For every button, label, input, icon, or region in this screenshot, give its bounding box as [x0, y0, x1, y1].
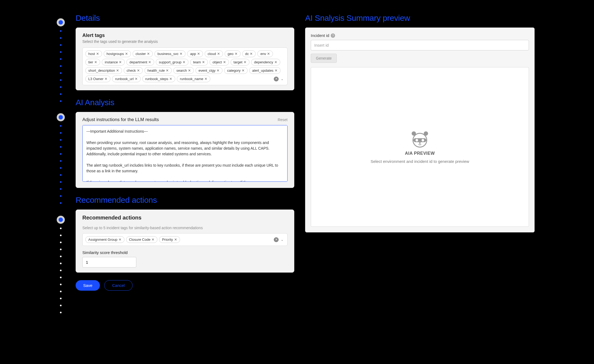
- remove-tag-icon[interactable]: ✕: [119, 238, 122, 242]
- generate-button[interactable]: Generate: [311, 54, 337, 63]
- section-title-rec: Recommended actions: [76, 195, 294, 205]
- tag-chip[interactable]: team ✕: [190, 59, 208, 66]
- stepper-node-rec[interactable]: [57, 216, 65, 224]
- threshold-input[interactable]: [82, 257, 136, 267]
- cancel-button[interactable]: Cancel: [104, 280, 133, 291]
- remove-tag-icon[interactable]: ✕: [275, 68, 278, 73]
- remove-tag-icon[interactable]: ✕: [174, 238, 177, 242]
- tag-chip[interactable]: check ✕: [124, 67, 143, 74]
- remove-tag-icon[interactable]: ✕: [202, 60, 205, 64]
- tag-chip[interactable]: host ✕: [85, 50, 102, 57]
- tag-chip[interactable]: target ✕: [231, 59, 249, 66]
- tag-chip[interactable]: category ✕: [224, 67, 248, 74]
- reset-link[interactable]: Reset: [278, 118, 288, 122]
- stepper-dot: [60, 44, 62, 46]
- stepper-dot: [60, 188, 62, 190]
- details-card: Alert tags Select the tags used to gener…: [76, 28, 294, 90]
- tag-chip[interactable]: business_svc ✕: [154, 50, 185, 57]
- remove-tag-icon[interactable]: ✕: [223, 60, 226, 64]
- stepper-dot: [60, 195, 62, 197]
- clear-rec-tags-icon[interactable]: ✕: [274, 237, 279, 242]
- tag-chip[interactable]: runbook_steps ✕: [142, 75, 175, 82]
- remove-tag-icon[interactable]: ✕: [188, 68, 191, 73]
- preview-title: AI Snalysis Summary preview: [305, 13, 535, 23]
- tag-chip[interactable]: dependency ✕: [251, 59, 280, 66]
- remove-tag-icon[interactable]: ✕: [217, 68, 220, 73]
- tag-chip[interactable]: cluster ✕: [133, 50, 153, 57]
- rec-subtitle: Select up to 5 incident tags for similar…: [82, 226, 288, 230]
- tag-chip[interactable]: Assignment Group ✕: [85, 236, 124, 243]
- tag-chip[interactable]: support_group ✕: [156, 59, 188, 66]
- remove-tag-icon[interactable]: ✕: [104, 77, 107, 81]
- tag-chip[interactable]: short_description ✕: [85, 67, 122, 74]
- tag-chip[interactable]: tier ✕: [85, 59, 100, 66]
- remove-tag-icon[interactable]: ✕: [250, 52, 253, 56]
- remove-tag-icon[interactable]: ✕: [169, 77, 172, 81]
- stepper-dot: [60, 65, 62, 67]
- tag-chip[interactable]: geo ✕: [225, 50, 241, 57]
- tag-chip[interactable]: Priority ✕: [159, 236, 180, 243]
- stepper-dot: [60, 125, 62, 127]
- chevron-down-icon[interactable]: ⌄: [281, 238, 284, 242]
- tag-chip[interactable]: dc ✕: [242, 50, 256, 57]
- tag-chip[interactable]: runbook_name ✕: [177, 75, 210, 82]
- remove-tag-icon[interactable]: ✕: [147, 52, 150, 56]
- stepper-dot: [60, 305, 62, 306]
- stepper-dot: [60, 284, 62, 285]
- alert-tags-input[interactable]: host ✕hostgroups ✕cluster ✕business_svc …: [82, 47, 288, 85]
- stepper-node-ai[interactable]: [57, 113, 65, 121]
- threshold-label: Similarity score threshold: [82, 250, 288, 255]
- panda-icon: [409, 131, 431, 148]
- remove-tag-icon[interactable]: ✕: [242, 68, 245, 73]
- tag-chip[interactable]: app ✕: [187, 50, 203, 57]
- remove-tag-icon[interactable]: ✕: [197, 52, 200, 56]
- remove-tag-icon[interactable]: ✕: [119, 60, 122, 64]
- stepper-dot: [60, 167, 62, 169]
- rec-tags-input[interactable]: Assignment Group ✕Closure Code ✕Priority…: [82, 233, 288, 246]
- remove-tag-icon[interactable]: ✕: [183, 60, 185, 64]
- remove-tag-icon[interactable]: ✕: [116, 68, 119, 73]
- remove-tag-icon[interactable]: ✕: [166, 68, 169, 73]
- llm-instructions-textarea[interactable]: [82, 125, 288, 182]
- tag-chip[interactable]: alert_updates ✕: [249, 67, 281, 74]
- tag-chip[interactable]: env ✕: [257, 50, 273, 57]
- tag-chip[interactable]: department ✕: [126, 59, 154, 66]
- remove-tag-icon[interactable]: ✕: [180, 52, 183, 56]
- chevron-down-icon[interactable]: ⌄: [281, 77, 284, 81]
- incident-id-label: Incident id ?: [311, 33, 529, 38]
- preview-card: Incident id ? Generate AIA PREVIEW Selec…: [305, 28, 535, 232]
- remove-tag-icon[interactable]: ✕: [148, 60, 151, 64]
- remove-tag-icon[interactable]: ✕: [96, 52, 99, 56]
- tag-chip[interactable]: runbook_url ✕: [112, 75, 141, 82]
- tag-chip[interactable]: search ✕: [173, 67, 194, 74]
- stepper-node-details[interactable]: [57, 18, 65, 26]
- tag-chip[interactable]: cloud ✕: [205, 50, 223, 57]
- remove-tag-icon[interactable]: ✕: [274, 60, 277, 64]
- remove-tag-icon[interactable]: ✕: [125, 52, 128, 56]
- svg-rect-3: [413, 138, 426, 142]
- save-button[interactable]: Save: [76, 280, 100, 291]
- tag-chip[interactable]: event_ctgy ✕: [195, 67, 222, 74]
- alert-tags-title: Alert tags: [82, 33, 288, 38]
- remove-tag-icon[interactable]: ✕: [204, 77, 207, 81]
- incident-id-input[interactable]: [311, 40, 529, 50]
- remove-tag-icon[interactable]: ✕: [137, 68, 140, 73]
- remove-tag-icon[interactable]: ✕: [135, 77, 138, 81]
- remove-tag-icon[interactable]: ✕: [244, 60, 247, 64]
- section-title-details: Details: [76, 13, 294, 23]
- tag-chip[interactable]: L3 Owner ✕: [85, 75, 110, 82]
- tag-chip[interactable]: health_rule ✕: [144, 67, 172, 74]
- clear-tags-icon[interactable]: ✕: [274, 77, 279, 81]
- remove-tag-icon[interactable]: ✕: [235, 52, 238, 56]
- stepper-dot: [60, 235, 62, 236]
- remove-tag-icon[interactable]: ✕: [94, 60, 97, 64]
- tag-chip[interactable]: object ✕: [210, 59, 229, 66]
- tag-chip[interactable]: hostgroups ✕: [104, 50, 131, 57]
- help-icon[interactable]: ?: [331, 33, 335, 38]
- tag-chip[interactable]: instance ✕: [102, 59, 125, 66]
- remove-tag-icon[interactable]: ✕: [151, 238, 154, 242]
- recommended-card: Recommended actions Select up to 5 incid…: [76, 210, 294, 273]
- remove-tag-icon[interactable]: ✕: [267, 52, 270, 56]
- remove-tag-icon[interactable]: ✕: [217, 52, 220, 56]
- tag-chip[interactable]: Closure Code ✕: [126, 236, 158, 243]
